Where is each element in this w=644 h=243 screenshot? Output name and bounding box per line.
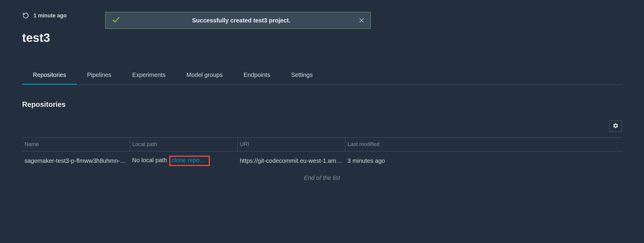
tabs: Repositories Pipelines Experiments Model… xyxy=(22,72,622,85)
col-header-uri[interactable]: URI xyxy=(237,138,345,151)
close-icon[interactable] xyxy=(358,17,364,23)
cell-local-path: No local path clone repo… xyxy=(130,151,237,171)
check-icon xyxy=(112,15,120,26)
refresh-icon[interactable] xyxy=(22,12,29,19)
tab-endpoints[interactable]: Endpoints xyxy=(244,72,270,80)
table-header-row: Name Local path URI Last modified xyxy=(22,138,622,151)
tab-experiments[interactable]: Experiments xyxy=(132,72,165,80)
cell-last-modified: 3 minutes ago xyxy=(345,151,622,171)
table-row[interactable]: sagemaker-test3-p-flmww3h8uhmn-mo… No lo… xyxy=(22,151,622,171)
cell-uri: https://git-codecommit.eu-west-1.amazo… xyxy=(237,151,345,171)
clone-repo-link[interactable]: clone repo… xyxy=(172,157,205,164)
end-of-list: End of the list xyxy=(22,170,622,186)
tab-repositories[interactable]: Repositories xyxy=(33,72,66,80)
local-path-text: No local path xyxy=(132,157,167,163)
success-toast: Successfully created test3 project. xyxy=(105,12,371,29)
cell-repo-name: sagemaker-test3-p-flmww3h8uhmn-mo… xyxy=(22,151,130,171)
tab-pipelines[interactable]: Pipelines xyxy=(87,72,111,80)
page-title: test3 xyxy=(22,31,622,45)
tab-settings[interactable]: Settings xyxy=(291,72,313,80)
section-heading: Repositories xyxy=(22,100,622,109)
refresh-timestamp: 1 minute ago xyxy=(33,13,67,19)
repositories-table: Name Local path URI Last modified sagema… xyxy=(22,137,622,170)
clone-repo-highlight: clone repo… xyxy=(169,156,210,166)
col-header-modified[interactable]: Last modified xyxy=(345,138,622,151)
toast-message: Successfully created test3 project. xyxy=(124,17,358,24)
gear-icon xyxy=(613,123,619,130)
tab-model-groups[interactable]: Model groups xyxy=(187,72,223,80)
table-settings-button[interactable] xyxy=(609,121,622,132)
col-header-name[interactable]: Name xyxy=(22,138,130,151)
col-header-local[interactable]: Local path xyxy=(130,138,237,151)
